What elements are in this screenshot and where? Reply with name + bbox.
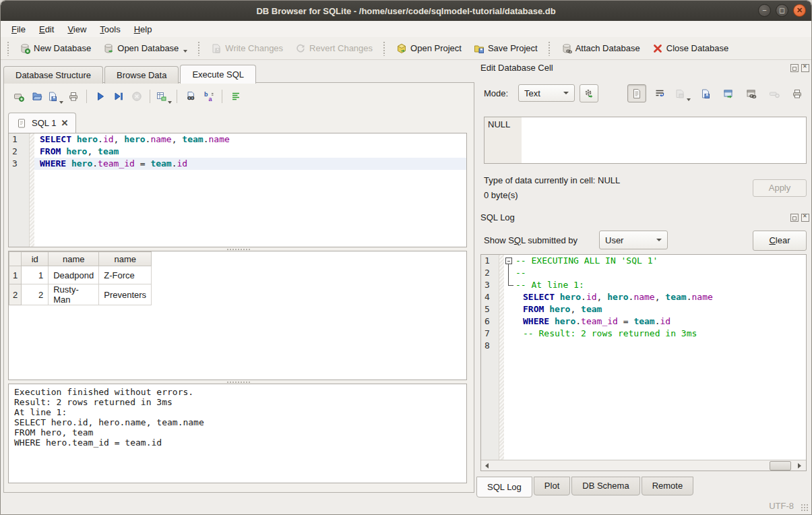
svg-text:a: a — [208, 96, 212, 102]
export-window-button[interactable] — [719, 84, 738, 102]
tab-database-structure[interactable]: Database Structure — [3, 66, 103, 84]
open-file-icon — [675, 88, 685, 99]
print-button[interactable] — [788, 84, 807, 102]
open-project-button[interactable]: Open Project — [390, 40, 468, 57]
table-cell[interactable]: 2 — [22, 284, 49, 305]
tab-execute-sql[interactable]: Execute SQL — [180, 65, 256, 84]
cell-value-editor[interactable]: NULL — [484, 117, 807, 164]
column-header-name-2[interactable]: name — [99, 252, 152, 266]
results-body: 11DeadpondZ-Force22Rusty-ManPreventers — [9, 266, 152, 305]
fold-marker[interactable] — [505, 255, 516, 267]
fold-marker — [505, 315, 516, 328]
new-database-button[interactable]: New Database — [13, 40, 97, 57]
chevron-down-icon[interactable] — [168, 101, 172, 104]
table-row: 11DeadpondZ-Force — [9, 266, 152, 284]
export-csv-button[interactable] — [154, 88, 173, 105]
chevron-down-icon[interactable] — [183, 50, 187, 53]
open-sql-button[interactable] — [28, 88, 46, 105]
bottom-tab-remote[interactable]: Remote — [642, 477, 694, 495]
replace-button[interactable]: ba — [199, 88, 218, 105]
row-header[interactable]: 1 — [9, 266, 22, 284]
save-project-button[interactable]: Save Project — [468, 40, 544, 57]
scrollbar-thumb[interactable] — [770, 461, 791, 471]
toolbar-separator — [222, 90, 222, 103]
bottom-tab-plot[interactable]: Plot — [534, 477, 570, 495]
results-grid[interactable]: idnamename 11DeadpondZ-Force22Rusty-ManP… — [8, 251, 467, 380]
fold-marker — [505, 267, 516, 279]
menu-view[interactable]: View — [61, 22, 93, 36]
attach-database-button[interactable]: Attach Database — [555, 40, 646, 57]
table-cell[interactable]: Rusty-Man — [49, 284, 99, 305]
text-mode-button[interactable] — [627, 84, 646, 102]
bottom-tab-db-schema[interactable]: DB Schema — [571, 477, 639, 495]
float-dock-icon[interactable] — [790, 214, 799, 222]
menu-file[interactable]: File — [5, 22, 32, 36]
sql-log-dock-buttons — [790, 214, 809, 222]
print-icon — [792, 88, 803, 99]
table-row: 22Rusty-ManPreventers — [9, 284, 152, 305]
column-header-name-1[interactable]: name — [49, 252, 99, 266]
menu-help[interactable]: Help — [127, 22, 159, 36]
title-bar[interactable]: DB Browser for SQLite - /home/user/code/… — [1, 1, 811, 21]
column-header-id-0[interactable]: id — [22, 252, 49, 266]
chevron-down-icon — [563, 92, 569, 94]
set-null-button — [765, 84, 784, 102]
sql-editor-toolbar: ba — [9, 88, 245, 105]
row-header[interactable]: 2 — [9, 284, 22, 305]
revert-changes-icon — [295, 43, 306, 54]
resize-grip[interactable] — [801, 504, 809, 512]
close-tab-icon[interactable]: ✕ — [61, 119, 68, 127]
database-new-icon — [20, 43, 30, 54]
word-wrap-button[interactable] — [650, 84, 669, 102]
toolbar-drag-handle[interactable] — [7, 41, 10, 56]
close-dock-icon[interactable] — [801, 64, 809, 72]
sql-tab[interactable]: SQL 1 ✕ — [8, 113, 76, 133]
code-line-7: 7-- Result: 2 rows returned in 3ms — [481, 328, 806, 340]
save-sql-button[interactable] — [46, 88, 64, 105]
link-button[interactable] — [742, 84, 761, 102]
find-button[interactable] — [181, 88, 199, 105]
corner-header — [9, 252, 22, 266]
sql-editor[interactable]: 1SELECT hero.id, hero.name, team.name2FR… — [8, 133, 467, 247]
fold-marker — [505, 279, 516, 291]
show-sql-filter-label: Show SQL submitted by — [484, 235, 577, 245]
submitted-by-combobox[interactable]: User — [599, 231, 668, 249]
edit-cell-title: Edit Database Cell — [480, 63, 553, 73]
float-dock-icon[interactable] — [790, 64, 799, 72]
clear-log-button[interactable]: Clear — [753, 231, 807, 251]
log-horizontal-scrollbar[interactable] — [481, 460, 806, 471]
code-line-1: 1-- EXECUTING ALL IN 'SQL 1' — [481, 255, 806, 267]
auto-apply-button[interactable] — [580, 84, 598, 102]
table-cell[interactable]: 1 — [22, 266, 49, 284]
tab-browse-data[interactable]: Browse Data — [104, 66, 179, 84]
toolbar-separator — [197, 41, 201, 56]
bottom-tab-sql-log[interactable]: SQL Log — [476, 477, 532, 497]
execute-line-icon — [113, 91, 124, 102]
sql-log-view[interactable]: 1-- EXECUTING ALL IN 'SQL 1'2--3-- At li… — [480, 254, 807, 471]
menu-edit[interactable]: Edit — [32, 22, 61, 36]
scroll-left-icon[interactable] — [484, 462, 491, 469]
table-cell[interactable]: Z-Force — [99, 266, 152, 284]
chevron-down-icon[interactable] — [59, 101, 63, 104]
import-button[interactable] — [696, 84, 715, 102]
mode-combobox[interactable]: Text — [518, 84, 575, 102]
open-sql-icon — [32, 91, 42, 102]
execute-all-button[interactable] — [91, 88, 109, 105]
close-dock-icon[interactable] — [801, 214, 809, 222]
close-button[interactable]: ✕ — [793, 4, 806, 17]
open-database-button[interactable]: Open Database — [97, 40, 193, 57]
close-database-button[interactable]: Close Database — [646, 40, 735, 57]
menu-tools[interactable]: Tools — [93, 22, 127, 36]
maximize-button[interactable]: ◻ — [776, 4, 788, 17]
code-line-2: 2FROM hero, team — [9, 146, 466, 158]
execute-line-button[interactable] — [109, 88, 127, 105]
minimize-button[interactable]: − — [758, 4, 771, 17]
stop-button — [127, 88, 146, 105]
print-button[interactable] — [64, 88, 82, 105]
mode-value: Text — [524, 88, 540, 98]
table-cell[interactable]: Deadpond — [49, 266, 99, 284]
scroll-right-icon[interactable] — [797, 462, 803, 469]
new-tab-button[interactable] — [9, 88, 28, 105]
table-cell[interactable]: Preventers — [99, 284, 152, 305]
format-button[interactable] — [226, 88, 245, 105]
